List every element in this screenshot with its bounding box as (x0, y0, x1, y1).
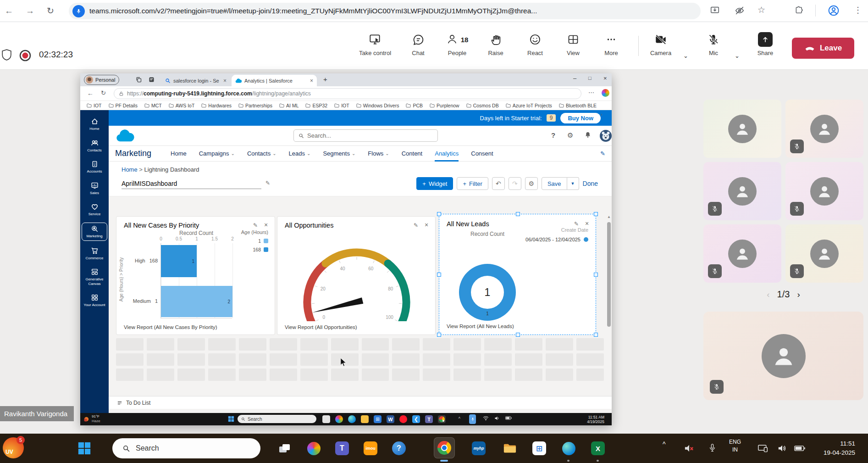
bookmark-item[interactable]: PF Details (109, 103, 138, 108)
sidebar-item-your-account[interactable]: Your Account (82, 292, 107, 309)
bookmark-item[interactable]: Cosmos DB (466, 103, 499, 108)
dashboard-scrollbar[interactable]: ▲ (607, 215, 611, 395)
save-button[interactable]: Save (542, 177, 567, 190)
nav-tab[interactable]: Flows⌄ (368, 146, 389, 162)
weather-widget[interactable]: 91°FHaze (83, 414, 100, 424)
clock[interactable]: 11:51 19-04-2025 (824, 439, 855, 458)
edit-widget-pencil-icon[interactable]: ✎ (574, 221, 579, 227)
widget-all-opportunities[interactable]: All Opportunities ✎ × 020406080100 View … (277, 216, 436, 335)
bookmark-item[interactable]: Hardwares (201, 103, 232, 108)
tab-organize-icon[interactable] (148, 76, 155, 83)
camera-button[interactable]: Camera (641, 32, 680, 56)
scrollbar-thumb[interactable] (607, 222, 611, 327)
redo-button[interactable]: ↷ (509, 177, 521, 190)
widget-all-new-leads[interactable]: All New Leads ✎ × Record Count Create Da… (439, 214, 596, 335)
bookmark-item[interactable]: Partnerships (238, 103, 272, 108)
start-button[interactable] (77, 441, 92, 456)
todo-list-bar[interactable]: To Do List (109, 396, 612, 409)
user-avatar[interactable] (599, 129, 612, 142)
tray-chevron-icon[interactable]: ^ (459, 416, 460, 421)
file-explorer-icon[interactable] (503, 441, 517, 456)
more-icon[interactable]: ⋯ (588, 89, 595, 96)
nav-tab[interactable]: Campaigns⌄ (199, 146, 235, 162)
store-icon[interactable]: ⊞ (532, 441, 547, 456)
sidebar-item-sales[interactable]: Sales (82, 180, 107, 197)
remove-widget-icon[interactable]: × (264, 221, 268, 229)
tab-analytics-salesforce[interactable]: Analytics | Salesforce × (232, 75, 317, 86)
bookmark-star-icon[interactable]: ☆ (757, 5, 765, 15)
bookmark-item[interactable]: Bluetooth BLE (559, 103, 597, 108)
dashboard-settings-gear-icon[interactable]: ⚙ (525, 177, 538, 190)
battery-icon[interactable] (792, 441, 807, 456)
scroll-up-arrow[interactable]: ▲ (607, 215, 611, 219)
sidebar-item-accounts[interactable]: Accounts (82, 158, 107, 176)
reload-icon[interactable]: ↻ (47, 6, 54, 16)
teams-icon[interactable]: T (335, 441, 349, 456)
copilot-icon[interactable] (306, 441, 321, 456)
vscode-icon[interactable]: ❮ (412, 415, 420, 423)
chrome-active-icon[interactable] (438, 415, 446, 423)
cast-icon[interactable] (756, 441, 770, 456)
setup-gear-icon[interactable]: ⚙ (567, 131, 573, 139)
help-icon[interactable]: ? (551, 131, 555, 139)
participant-tile[interactable] (785, 100, 863, 158)
bookmark-item[interactable]: ESP32 (305, 103, 327, 108)
edge-icon[interactable] (561, 441, 576, 456)
audio-device-muted-icon[interactable] (682, 441, 697, 456)
myhp-icon[interactable]: myhp (471, 441, 486, 456)
opera-icon[interactable] (399, 415, 407, 423)
close-icon[interactable]: × (603, 75, 607, 82)
participant-tile[interactable] (785, 162, 863, 220)
participant-tile-large[interactable] (703, 312, 863, 400)
chrome-active-app[interactable] (434, 437, 455, 458)
bookmark-item[interactable]: MCT (144, 103, 162, 108)
language-indicator[interactable]: ENGIN (729, 438, 741, 454)
camera-options-chevron[interactable]: ⌄ (683, 52, 688, 59)
sidebar-item-generative-canvas[interactable]: Generative Canvas (82, 266, 107, 288)
nav-tab[interactable]: Leads⌄ (289, 146, 311, 162)
bookmark-item[interactable]: Azure IoT Projects (506, 103, 552, 108)
view-report-link[interactable]: View Report (All Opportunities) (285, 324, 357, 330)
sidebar-item-contacts[interactable]: Contacts (82, 137, 107, 155)
start-icon[interactable] (228, 416, 234, 422)
notifications-bell-icon[interactable] (584, 131, 592, 139)
app-name[interactable]: Marketing (115, 149, 151, 158)
bookmark-item[interactable]: IOT (334, 103, 349, 108)
get-help-icon[interactable]: ? (392, 441, 406, 456)
sidebar-item-commerce[interactable]: Commerce (82, 245, 107, 262)
edge-icon[interactable] (348, 415, 356, 423)
mic-tray-icon[interactable] (705, 441, 719, 456)
next-page-chevron[interactable]: › (797, 290, 800, 300)
bookmarks-overflow-chevron[interactable]: › (601, 112, 603, 117)
nav-tab[interactable]: Consent (471, 146, 493, 162)
battery-icon[interactable] (505, 416, 512, 420)
view-button[interactable]: View (554, 32, 592, 56)
sidebar-item-marketing[interactable]: Marketing (82, 223, 107, 241)
copilot-icon[interactable] (335, 415, 343, 423)
edit-nav-pencil-icon[interactable]: ✎ (600, 150, 605, 157)
clock[interactable]: 11:51 AM 4/19/2025 (587, 415, 604, 424)
participant-tile[interactable] (785, 224, 863, 283)
mic-options-chevron[interactable]: ⌄ (735, 52, 740, 59)
add-widget-button[interactable]: +Widget (416, 177, 453, 190)
widget-all-new-cases[interactable]: All New Cases By Priority ✎ × Record Cou… (116, 216, 275, 335)
install-icon[interactable] (710, 6, 720, 16)
nav-tab[interactable]: Segments⌄ (323, 146, 355, 162)
nav-tab[interactable]: Analytics (435, 146, 459, 162)
global-search[interactable]: Search... (293, 129, 438, 142)
remove-widget-icon[interactable]: × (425, 221, 428, 229)
breadcrumb-home[interactable]: Home (122, 166, 138, 173)
done-button[interactable]: Done (583, 180, 598, 187)
tab-close-icon[interactable]: × (310, 78, 313, 84)
previous-page-chevron[interactable]: ‹ (767, 290, 769, 300)
eye-off-icon[interactable] (735, 6, 745, 16)
save-dropdown-chevron[interactable]: ▼ (567, 177, 579, 190)
mic-button[interactable]: Mic (694, 32, 733, 56)
more-button[interactable]: More (592, 32, 630, 56)
participant-tile[interactable] (703, 224, 781, 283)
task-view-icon[interactable] (322, 415, 330, 423)
participant-tile[interactable] (703, 162, 781, 220)
bookmark-item[interactable]: AI ML (279, 103, 299, 108)
menu-kebab-icon[interactable]: ⋮ (854, 5, 862, 15)
view-report-link[interactable]: View Report (All New Cases By Priority) (124, 324, 217, 330)
